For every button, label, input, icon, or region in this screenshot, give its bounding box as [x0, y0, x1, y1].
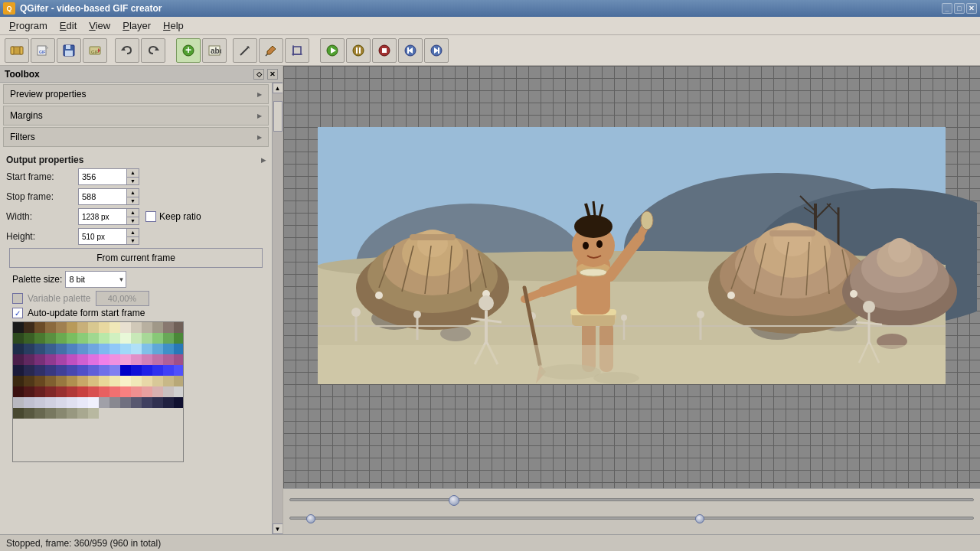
start-frame-down[interactable]: ▼: [127, 178, 139, 185]
color-cell[interactable]: [56, 376, 67, 386]
crop-button[interactable]: [285, 38, 309, 63]
color-cell[interactable]: [56, 344, 67, 354]
color-cell[interactable]: [152, 397, 163, 408]
color-cell[interactable]: [56, 333, 67, 344]
color-cell[interactable]: [163, 376, 174, 386]
color-cell[interactable]: [99, 333, 109, 344]
color-cell[interactable]: [120, 386, 131, 397]
color-cell[interactable]: [24, 333, 34, 344]
color-cell[interactable]: [45, 322, 56, 333]
color-cell[interactable]: [174, 365, 184, 376]
minimize-button[interactable]: _: [942, 3, 952, 14]
color-cell[interactable]: [56, 386, 67, 397]
color-cell[interactable]: [174, 344, 184, 354]
color-cell[interactable]: [24, 344, 34, 354]
color-cell[interactable]: [131, 386, 142, 397]
color-cell[interactable]: [34, 322, 45, 333]
color-cell[interactable]: [163, 386, 174, 397]
undo-button[interactable]: [115, 38, 139, 63]
color-cell[interactable]: [34, 408, 45, 419]
color-cell[interactable]: [142, 365, 152, 376]
color-cell[interactable]: [152, 333, 163, 344]
open-video-button[interactable]: [5, 38, 29, 63]
color-cell[interactable]: [152, 376, 163, 386]
color-cell[interactable]: [163, 365, 174, 376]
color-cell[interactable]: [67, 376, 77, 386]
color-cell[interactable]: [131, 365, 142, 376]
color-cell[interactable]: [45, 386, 56, 397]
color-cell[interactable]: [77, 354, 88, 365]
color-cell[interactable]: [77, 397, 88, 408]
color-cell[interactable]: [13, 354, 24, 365]
color-cell[interactable]: [67, 408, 77, 419]
color-cell[interactable]: [67, 344, 77, 354]
color-cell[interactable]: [77, 408, 88, 419]
color-cell[interactable]: [142, 344, 152, 354]
color-cell[interactable]: [131, 322, 142, 333]
from-current-frame-button[interactable]: From current frame: [9, 248, 263, 268]
color-cell[interactable]: [163, 397, 174, 408]
color-cell[interactable]: [163, 344, 174, 354]
color-cell[interactable]: [67, 354, 77, 365]
color-cell[interactable]: [13, 344, 24, 354]
color-cell[interactable]: [67, 322, 77, 333]
color-cell[interactable]: [109, 344, 120, 354]
color-cell[interactable]: [174, 333, 184, 344]
height-spinbox[interactable]: 510 px ▲ ▼: [78, 228, 139, 245]
color-cell[interactable]: [152, 365, 163, 376]
range-end-thumb[interactable]: [695, 514, 704, 523]
color-cell[interactable]: [99, 397, 109, 408]
color-cell[interactable]: [88, 365, 99, 376]
color-cell[interactable]: [163, 333, 174, 344]
position-slider-thumb[interactable]: [449, 495, 459, 506]
color-cell[interactable]: [88, 354, 99, 365]
dropper-button[interactable]: [259, 38, 283, 63]
color-cell[interactable]: [152, 354, 163, 365]
color-cell[interactable]: [13, 397, 24, 408]
color-cell[interactable]: [88, 397, 99, 408]
color-cell[interactable]: [56, 322, 67, 333]
color-cell[interactable]: [99, 322, 109, 333]
color-cell[interactable]: [45, 408, 56, 419]
color-cell[interactable]: [45, 333, 56, 344]
scrollbar-up-button[interactable]: ▲: [273, 83, 283, 93]
color-cell[interactable]: [67, 333, 77, 344]
close-button[interactable]: ✕: [966, 3, 977, 14]
color-cell[interactable]: [88, 333, 99, 344]
color-cell[interactable]: [24, 386, 34, 397]
menu-help[interactable]: Help: [157, 18, 190, 33]
color-cell[interactable]: [56, 354, 67, 365]
variable-palette-checkbox[interactable]: [12, 293, 23, 304]
color-cell[interactable]: [152, 322, 163, 333]
play-button[interactable]: [320, 38, 345, 63]
color-cell[interactable]: [77, 333, 88, 344]
color-cell[interactable]: [163, 322, 174, 333]
filters-section[interactable]: Filters ▶: [3, 127, 269, 147]
toolbox-close-button[interactable]: ✕: [267, 69, 278, 80]
color-cell[interactable]: [109, 365, 120, 376]
color-cell[interactable]: [77, 386, 88, 397]
color-cell[interactable]: [88, 322, 99, 333]
maximize-button[interactable]: □: [954, 3, 965, 14]
next-frame-button[interactable]: [424, 38, 449, 63]
color-cell[interactable]: [109, 322, 120, 333]
color-cell[interactable]: [13, 365, 24, 376]
color-cell[interactable]: [13, 333, 24, 344]
range-slider[interactable]: [289, 517, 974, 520]
preview-properties-section[interactable]: Preview properties ▶: [3, 84, 269, 104]
color-cell[interactable]: [24, 408, 34, 419]
color-cell[interactable]: [142, 397, 152, 408]
color-cell[interactable]: [88, 386, 99, 397]
stop-frame-up[interactable]: ▲: [127, 189, 139, 197]
scrollbar-thumb[interactable]: [273, 101, 283, 132]
color-cell[interactable]: [88, 408, 99, 419]
color-cell[interactable]: [56, 408, 67, 419]
keep-ratio-checkbox[interactable]: [145, 211, 156, 222]
color-cell[interactable]: [13, 376, 24, 386]
color-cell[interactable]: [142, 322, 152, 333]
color-cell[interactable]: [120, 322, 131, 333]
stop-frame-down[interactable]: ▼: [127, 197, 139, 205]
width-spinbox[interactable]: 1238 px ▲ ▼: [78, 208, 139, 225]
color-cell[interactable]: [120, 397, 131, 408]
color-cell[interactable]: [131, 354, 142, 365]
